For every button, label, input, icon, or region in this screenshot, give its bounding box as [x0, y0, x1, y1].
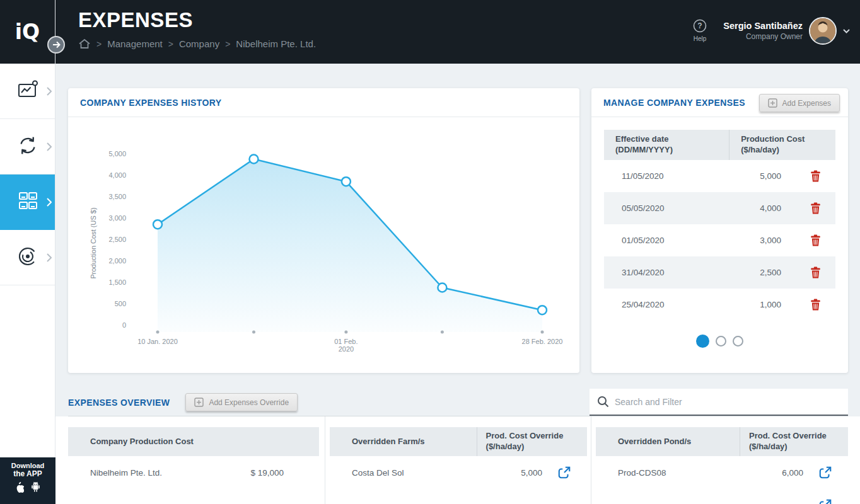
plus-box-icon: [194, 398, 204, 407]
expense-cost: 5,000: [760, 171, 781, 181]
expense-date: 05/05/2020: [604, 203, 729, 213]
pagination-dot-3[interactable]: [733, 336, 743, 346]
overridden-ponds-table: Overridden Pond/s Prod. Cost Override ($…: [596, 427, 848, 504]
delete-expense-button[interactable]: [810, 170, 821, 182]
pond-override-row: Prod-CDS08 6,000: [596, 456, 848, 489]
expense-row: 05/05/2020 4,000: [604, 192, 835, 224]
sidebar-item-management[interactable]: [0, 175, 55, 230]
chevron-right-icon: [47, 87, 52, 96]
delete-expense-button[interactable]: [810, 202, 821, 214]
breadcrumb-company[interactable]: Company: [179, 38, 219, 49]
plus-box-icon: [768, 98, 777, 108]
svg-text:500: 500: [115, 300, 126, 307]
svg-text:2020: 2020: [339, 345, 354, 353]
svg-text:5,000: 5,000: [108, 150, 126, 158]
overridden-farms-table: Overridden Farm/s Prod. Cost Override ($…: [330, 427, 587, 489]
search-input[interactable]: [615, 397, 840, 407]
main-content: COMPANY EXPENSES HISTORY Production Cost…: [55, 64, 860, 504]
expense-date: 01/05/2020: [604, 236, 729, 245]
analytics-board-icon: [16, 79, 39, 103]
add-expenses-button[interactable]: Add Expenses: [759, 94, 840, 112]
breadcrumb-separator: >: [168, 39, 173, 49]
sidebar-item-monitoring[interactable]: [0, 230, 55, 285]
sidebar-collapse-button[interactable]: [47, 36, 65, 54]
sidebar: iQ: [0, 0, 55, 504]
pagination-dot-2[interactable]: [716, 336, 726, 346]
svg-text:28 Feb. 2020: 28 Feb. 2020: [522, 338, 563, 345]
expenses-overview-body: Company Production Cost Nibelheim Pte. L…: [55, 416, 860, 504]
trash-icon: [810, 202, 821, 214]
chevron-down-icon: [843, 29, 850, 33]
apple-icon[interactable]: [15, 481, 24, 495]
expense-date: 11/05/2020: [604, 171, 729, 181]
expenses-table: Effective date (DD/MM/YYYY) Production C…: [604, 130, 835, 321]
chevron-right-icon: [47, 198, 52, 207]
page-title: EXPENSES: [78, 8, 193, 32]
add-expenses-override-button[interactable]: Add Expenses Override: [185, 393, 298, 411]
open-pond-override-button[interactable]: [818, 466, 832, 479]
open-farm-override-button[interactable]: [557, 466, 571, 479]
home-icon[interactable]: [78, 38, 91, 49]
top-header: EXPENSES > Management > Company > Nibelh…: [55, 0, 860, 64]
breadcrumb: > Management > Company > Nibelheim Pte. …: [78, 38, 316, 49]
svg-text:2,000: 2,000: [108, 257, 126, 265]
download-app-banner[interactable]: Download the APP: [0, 457, 55, 504]
expense-cost: 3,000: [760, 236, 781, 245]
breadcrumb-management[interactable]: Management: [107, 38, 163, 49]
svg-text:0: 0: [122, 321, 126, 329]
avatar[interactable]: [809, 17, 837, 45]
trash-icon: [810, 234, 821, 246]
delete-expense-button[interactable]: [810, 299, 821, 311]
manage-company-expenses-card: MANAGE COMPANY EXPENSES Add Expenses Eff…: [591, 88, 848, 373]
user-name: Sergio Santibañez: [723, 21, 803, 31]
column-header-company-production-cost: Company Production Cost: [68, 427, 319, 456]
svg-text:?: ?: [697, 21, 702, 30]
expenses-page: iQ: [0, 0, 860, 504]
expense-row: 31/04/2020 2,500: [604, 256, 835, 289]
sidebar-item-production-cycles[interactable]: [0, 119, 55, 175]
chevron-right-icon: [47, 142, 52, 151]
svg-text:4,000: 4,000: [108, 171, 126, 179]
breadcrumb-separator: >: [225, 39, 230, 49]
history-card-title: COMPANY EXPENSES HISTORY: [80, 98, 222, 108]
chevron-right-icon: [47, 253, 52, 262]
expenses-history-line-chart: Production Cost (US $)5,0004,0003,5003,0…: [68, 117, 579, 369]
column-header-overridden-farms: Overridden Farm/s: [330, 427, 477, 456]
trash-icon: [810, 266, 821, 278]
sidebar-item-analytics[interactable]: [0, 64, 55, 119]
column-header-overridden-ponds: Overridden Pond/s: [596, 427, 740, 456]
column-header-prod-cost-override: Prod. Cost Override ($/ha/day): [740, 427, 848, 456]
add-expenses-label: Add Expenses: [782, 99, 831, 108]
expenses-overview-header: EXPENSES OVERVIEW Add Expenses Override: [68, 389, 848, 416]
company-name: Nibelheim Pte. Ltd.: [68, 468, 250, 478]
expense-cost: 1,000: [760, 300, 781, 309]
delete-expense-button[interactable]: [810, 266, 821, 278]
android-icon[interactable]: [30, 481, 41, 495]
company-cost-value: $ 19,000: [250, 468, 319, 478]
expense-date: 25/04/2020: [604, 300, 729, 309]
open-pond-override-button[interactable]: [818, 498, 832, 504]
user-menu[interactable]: Sergio Santibañez Company Owner: [723, 17, 850, 45]
pagination-dot-1[interactable]: [696, 335, 709, 348]
delete-expense-button[interactable]: [810, 234, 821, 246]
pagination: [591, 335, 848, 348]
app-logo-text: iQ: [15, 20, 40, 44]
external-link-icon: [818, 498, 832, 504]
help-label: Help: [694, 35, 707, 42]
farm-name: Costa Del Sol: [330, 468, 477, 478]
trash-icon: [810, 299, 821, 311]
trash-icon: [810, 170, 821, 182]
pond-override-row-partial: [596, 489, 848, 504]
help-icon: ?: [693, 19, 707, 34]
column-header-prod-cost-override: Prod. Cost Override ($/ha/day): [477, 427, 587, 456]
svg-text:3,000: 3,000: [108, 214, 126, 222]
svg-text:01 Feb.: 01 Feb.: [334, 338, 357, 345]
pond-name: Prod-CDS08: [596, 468, 740, 478]
user-role: Company Owner: [723, 32, 803, 41]
arrow-right-icon: [52, 41, 61, 49]
breadcrumb-separator: >: [96, 39, 102, 49]
download-app-line2: the APP: [0, 469, 55, 478]
search-bar: [590, 389, 848, 416]
help-button[interactable]: ? Help: [693, 19, 707, 42]
expense-row: 01/05/2020 3,000: [604, 224, 835, 256]
